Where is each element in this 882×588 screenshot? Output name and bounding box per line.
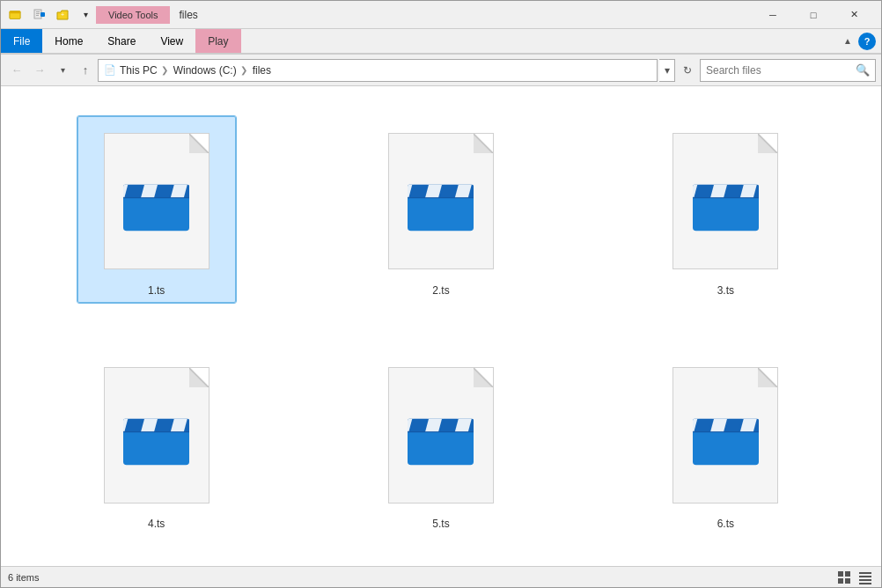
help-btn[interactable]: ? <box>858 33 876 50</box>
file-item-3[interactable]: 3.ts <box>646 116 805 303</box>
svg-rect-69 <box>845 571 850 577</box>
tab-play[interactable]: Play <box>195 29 240 53</box>
svg-rect-71 <box>845 578 850 584</box>
svg-text:+: + <box>61 11 64 18</box>
svg-rect-73 <box>859 576 871 577</box>
svg-rect-72 <box>859 572 871 574</box>
file-item-6[interactable]: 6.ts <box>646 349 805 536</box>
down-arrow-btn[interactable]: ▾ <box>52 60 73 81</box>
title-bar-icons <box>8 8 22 22</box>
search-box[interactable]: 🔍 <box>700 59 876 82</box>
svg-rect-4 <box>36 13 40 14</box>
svg-rect-70 <box>838 578 843 584</box>
clapper-icon <box>119 168 194 234</box>
svg-rect-68 <box>838 571 843 577</box>
window-icon <box>8 8 22 22</box>
file-icon-container <box>95 122 218 281</box>
clapper-icon <box>688 402 763 468</box>
file-page <box>104 133 209 269</box>
address-bar: ← → ▾ ↑ 📄 This PC ❯ Windows (C:) ❯ files… <box>1 55 881 86</box>
qat-new-folder-btn[interactable]: + <box>52 4 73 26</box>
clapper-icon <box>403 402 478 468</box>
file-icon-container <box>379 356 503 514</box>
svg-rect-38 <box>123 429 189 465</box>
svg-rect-74 <box>859 579 871 581</box>
path-icon: 📄 <box>104 64 116 76</box>
address-path[interactable]: 📄 This PC ❯ Windows (C:) ❯ files <box>98 59 658 82</box>
file-icon-container <box>379 122 503 281</box>
file-item-5[interactable]: 5.ts <box>362 349 520 536</box>
tab-share[interactable]: Share <box>95 29 148 53</box>
file-label: 3.ts <box>717 284 734 297</box>
file-label: 2.ts <box>432 284 449 297</box>
qat-properties-btn[interactable] <box>29 4 50 26</box>
file-item-4[interactable]: 4.ts <box>77 349 236 536</box>
file-label: 1.ts <box>148 284 165 297</box>
status-bar: 6 items <box>1 566 881 587</box>
svg-rect-5 <box>36 15 39 16</box>
refresh-button[interactable]: ↻ <box>677 60 698 81</box>
svg-rect-6 <box>40 12 45 17</box>
file-label: 6.ts <box>717 518 734 530</box>
main-content: 1.ts <box>1 86 881 566</box>
svg-rect-1 <box>10 11 20 13</box>
svg-rect-18 <box>408 195 474 231</box>
minimize-button[interactable]: ─ <box>753 1 793 29</box>
tab-home[interactable]: Home <box>42 29 95 53</box>
svg-rect-48 <box>408 429 474 465</box>
video-tools-label: Video Tools <box>96 6 170 24</box>
address-dropdown-btn[interactable]: ▾ <box>659 59 675 82</box>
forward-button[interactable]: → <box>29 60 50 81</box>
tab-file[interactable]: File <box>1 29 42 53</box>
quick-access-toolbar: + ▾ <box>29 4 96 26</box>
svg-rect-3 <box>36 11 40 12</box>
title-bar-center: Video Tools files <box>96 6 753 24</box>
file-item-2[interactable]: 2.ts <box>362 116 520 303</box>
search-icon: 🔍 <box>856 63 870 77</box>
file-icon-container <box>664 122 787 281</box>
svg-rect-8 <box>123 195 189 231</box>
svg-rect-75 <box>859 583 871 584</box>
back-button[interactable]: ← <box>6 60 27 81</box>
file-label: 5.ts <box>432 518 449 530</box>
path-files: files <box>253 64 271 77</box>
file-icon-container <box>664 356 787 514</box>
file-item-1[interactable]: 1.ts <box>77 116 236 303</box>
path-thispc: This PC ❯ <box>120 64 170 77</box>
clapper-icon <box>688 168 763 234</box>
file-page <box>388 133 494 269</box>
file-page <box>673 133 778 269</box>
up-button[interactable]: ↑ <box>75 60 96 81</box>
qat-dropdown-btn[interactable]: ▾ <box>75 4 96 26</box>
file-page <box>388 367 494 503</box>
path-windows: Windows (C:) ❯ <box>173 64 249 77</box>
search-input[interactable] <box>706 64 852 77</box>
title-bar: + ▾ Video Tools files ─ □ ✕ <box>1 1 881 29</box>
file-icon-container <box>95 356 218 514</box>
file-page <box>104 367 209 503</box>
window-title: files <box>179 9 197 21</box>
tab-view[interactable]: View <box>148 29 195 53</box>
file-area: 1.ts <box>1 86 881 566</box>
clapper-icon <box>403 168 478 234</box>
maximize-button[interactable]: □ <box>793 1 834 29</box>
clapper-icon <box>119 402 194 468</box>
svg-rect-58 <box>693 429 759 465</box>
file-label: 4.ts <box>148 518 165 530</box>
ribbon-collapse-btn[interactable]: ▲ <box>837 31 858 52</box>
ribbon-tabs: File Home Share View Play ▲ ? <box>1 29 881 54</box>
ribbon: File Home Share View Play ▲ ? <box>1 29 881 55</box>
close-button[interactable]: ✕ <box>834 1 874 29</box>
view-large-icons-btn[interactable] <box>835 569 853 586</box>
file-page <box>673 367 778 503</box>
view-details-btn[interactable] <box>856 569 874 586</box>
window-controls: ─ □ ✕ <box>753 1 874 29</box>
svg-rect-28 <box>693 195 759 231</box>
item-count: 6 items <box>8 572 39 583</box>
status-right <box>835 569 874 586</box>
